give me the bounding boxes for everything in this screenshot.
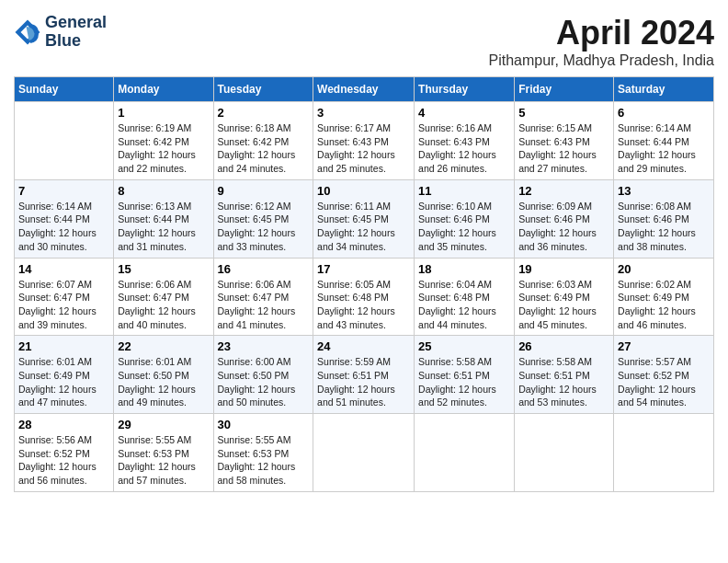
day-number: 16	[218, 262, 310, 276]
calendar-cell: 14Sunrise: 6:07 AMSunset: 6:47 PMDayligh…	[15, 258, 114, 336]
calendar-cell: 4Sunrise: 6:16 AMSunset: 6:43 PMDaylight…	[415, 102, 515, 180]
day-number: 23	[218, 339, 310, 353]
day-number: 2	[218, 106, 310, 120]
weekday-header: Saturday	[614, 77, 714, 102]
cell-content: Sunrise: 6:15 AMSunset: 6:43 PMDaylight:…	[518, 121, 609, 176]
calendar-cell: 26Sunrise: 5:58 AMSunset: 6:51 PMDayligh…	[515, 336, 614, 414]
calendar-cell: 2Sunrise: 6:18 AMSunset: 6:42 PMDaylight…	[213, 102, 313, 180]
day-number: 13	[618, 184, 710, 198]
cell-content: Sunrise: 6:13 AMSunset: 6:44 PMDaylight:…	[118, 200, 209, 254]
calendar-week-row: 7Sunrise: 6:14 AMSunset: 6:44 PMDaylight…	[15, 179, 714, 258]
day-number: 24	[317, 339, 410, 353]
cell-content: Sunrise: 6:18 AMSunset: 6:42 PMDaylight:…	[218, 121, 310, 176]
calendar-cell: 19Sunrise: 6:03 AMSunset: 6:49 PMDayligh…	[515, 258, 614, 336]
day-number: 12	[518, 184, 609, 198]
calendar-cell: 1Sunrise: 6:19 AMSunset: 6:42 PMDaylight…	[114, 102, 213, 180]
weekday-header: Tuesday	[213, 77, 313, 102]
month-title: April 2024	[489, 14, 714, 52]
calendar-cell: 3Sunrise: 6:17 AMSunset: 6:43 PMDaylight…	[313, 102, 415, 180]
calendar-cell: 28Sunrise: 5:56 AMSunset: 6:52 PMDayligh…	[15, 414, 114, 492]
calendar-cell: 13Sunrise: 6:08 AMSunset: 6:46 PMDayligh…	[614, 179, 714, 258]
weekday-header: Thursday	[415, 77, 515, 102]
calendar-week-row: 14Sunrise: 6:07 AMSunset: 6:47 PMDayligh…	[15, 258, 714, 336]
day-number: 6	[618, 106, 710, 120]
calendar-cell: 25Sunrise: 5:58 AMSunset: 6:51 PMDayligh…	[415, 336, 515, 414]
calendar-cell	[415, 414, 515, 492]
day-number: 25	[418, 339, 510, 353]
cell-content: Sunrise: 6:07 AMSunset: 6:47 PMDaylight:…	[18, 278, 109, 332]
page-header: General Blue April 2024 Pithampur, Madhy…	[14, 14, 714, 69]
calendar-cell: 16Sunrise: 6:06 AMSunset: 6:47 PMDayligh…	[213, 258, 313, 336]
day-number: 11	[418, 184, 510, 198]
cell-content: Sunrise: 6:06 AMSunset: 6:47 PMDaylight:…	[218, 278, 310, 332]
calendar-cell	[313, 414, 415, 492]
weekday-header: Sunday	[15, 77, 114, 102]
day-number: 22	[118, 339, 209, 353]
weekday-header: Wednesday	[313, 77, 415, 102]
calendar-cell: 5Sunrise: 6:15 AMSunset: 6:43 PMDaylight…	[515, 102, 614, 180]
cell-content: Sunrise: 5:56 AMSunset: 6:52 PMDaylight:…	[18, 433, 109, 488]
cell-content: Sunrise: 6:03 AMSunset: 6:49 PMDaylight:…	[518, 278, 609, 332]
day-number: 5	[518, 106, 609, 120]
day-number: 18	[418, 262, 510, 276]
calendar-cell: 27Sunrise: 5:57 AMSunset: 6:52 PMDayligh…	[614, 336, 714, 414]
day-number: 29	[118, 418, 209, 431]
cell-content: Sunrise: 6:01 AMSunset: 6:49 PMDaylight:…	[18, 355, 109, 409]
calendar-cell: 29Sunrise: 5:55 AMSunset: 6:53 PMDayligh…	[114, 414, 213, 492]
calendar-cell: 9Sunrise: 6:12 AMSunset: 6:45 PMDaylight…	[213, 179, 313, 258]
calendar-cell: 6Sunrise: 6:14 AMSunset: 6:44 PMDaylight…	[614, 102, 714, 180]
calendar-cell: 22Sunrise: 6:01 AMSunset: 6:50 PMDayligh…	[114, 336, 213, 414]
logo: General Blue	[14, 14, 107, 51]
cell-content: Sunrise: 5:55 AMSunset: 6:53 PMDaylight:…	[218, 433, 310, 488]
cell-content: Sunrise: 5:55 AMSunset: 6:53 PMDaylight:…	[118, 433, 209, 488]
cell-content: Sunrise: 6:19 AMSunset: 6:42 PMDaylight:…	[118, 121, 209, 176]
day-number: 28	[18, 418, 109, 431]
day-number: 20	[618, 262, 710, 276]
day-number: 8	[118, 184, 209, 198]
calendar-cell: 21Sunrise: 6:01 AMSunset: 6:49 PMDayligh…	[15, 336, 114, 414]
calendar-cell	[614, 414, 714, 492]
logo-icon	[14, 18, 41, 46]
cell-content: Sunrise: 6:16 AMSunset: 6:43 PMDaylight:…	[418, 121, 510, 176]
day-number: 7	[18, 184, 109, 198]
cell-content: Sunrise: 6:02 AMSunset: 6:49 PMDaylight:…	[618, 278, 710, 332]
calendar-header-row: SundayMondayTuesdayWednesdayThursdayFrid…	[15, 77, 714, 102]
day-number: 1	[118, 106, 209, 120]
day-number: 26	[518, 339, 609, 353]
day-number: 9	[218, 184, 310, 198]
logo-text: General Blue	[45, 14, 107, 51]
calendar-cell: 10Sunrise: 6:11 AMSunset: 6:45 PMDayligh…	[313, 179, 415, 258]
calendar-cell: 24Sunrise: 5:59 AMSunset: 6:51 PMDayligh…	[313, 336, 415, 414]
day-number: 3	[317, 106, 410, 120]
day-number: 27	[618, 339, 710, 353]
calendar-week-row: 1Sunrise: 6:19 AMSunset: 6:42 PMDaylight…	[15, 102, 714, 180]
day-number: 15	[118, 262, 209, 276]
day-number: 4	[418, 106, 510, 120]
day-number: 30	[218, 418, 310, 431]
cell-content: Sunrise: 6:04 AMSunset: 6:48 PMDaylight:…	[418, 278, 510, 332]
calendar-cell	[15, 102, 114, 180]
day-number: 17	[317, 262, 410, 276]
calendar-cell: 23Sunrise: 6:00 AMSunset: 6:50 PMDayligh…	[213, 336, 313, 414]
cell-content: Sunrise: 6:11 AMSunset: 6:45 PMDaylight:…	[317, 200, 410, 254]
cell-content: Sunrise: 6:00 AMSunset: 6:50 PMDaylight:…	[218, 355, 310, 409]
weekday-header: Friday	[515, 77, 614, 102]
cell-content: Sunrise: 5:59 AMSunset: 6:51 PMDaylight:…	[317, 355, 410, 409]
title-block: April 2024 Pithampur, Madhya Pradesh, In…	[489, 14, 714, 69]
cell-content: Sunrise: 5:57 AMSunset: 6:52 PMDaylight:…	[618, 355, 710, 409]
cell-content: Sunrise: 6:12 AMSunset: 6:45 PMDaylight:…	[218, 200, 310, 254]
cell-content: Sunrise: 6:05 AMSunset: 6:48 PMDaylight:…	[317, 278, 410, 332]
cell-content: Sunrise: 5:58 AMSunset: 6:51 PMDaylight:…	[418, 355, 510, 409]
cell-content: Sunrise: 6:14 AMSunset: 6:44 PMDaylight:…	[618, 121, 710, 176]
calendar-cell: 7Sunrise: 6:14 AMSunset: 6:44 PMDaylight…	[15, 179, 114, 258]
calendar-cell: 30Sunrise: 5:55 AMSunset: 6:53 PMDayligh…	[213, 414, 313, 492]
calendar-cell: 12Sunrise: 6:09 AMSunset: 6:46 PMDayligh…	[515, 179, 614, 258]
calendar-cell: 15Sunrise: 6:06 AMSunset: 6:47 PMDayligh…	[114, 258, 213, 336]
cell-content: Sunrise: 6:01 AMSunset: 6:50 PMDaylight:…	[118, 355, 209, 409]
day-number: 21	[18, 339, 109, 353]
calendar-cell	[515, 414, 614, 492]
cell-content: Sunrise: 6:14 AMSunset: 6:44 PMDaylight:…	[18, 200, 109, 254]
day-number: 10	[317, 184, 410, 198]
cell-content: Sunrise: 6:06 AMSunset: 6:47 PMDaylight:…	[118, 278, 209, 332]
calendar-table: SundayMondayTuesdayWednesdayThursdayFrid…	[14, 76, 714, 492]
